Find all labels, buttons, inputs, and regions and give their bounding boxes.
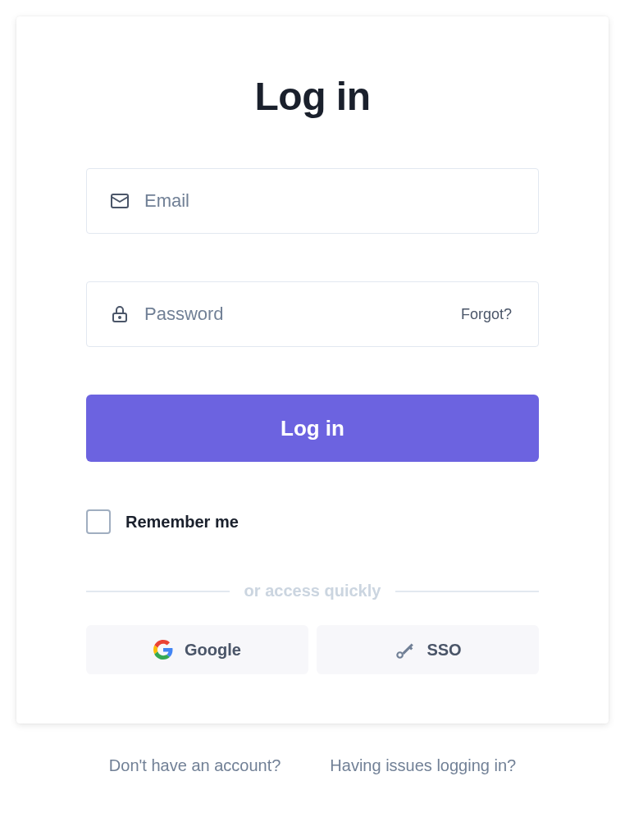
page-title: Log in [86, 74, 539, 119]
forgot-password-link[interactable]: Forgot? [461, 306, 515, 323]
divider-line-right [395, 591, 539, 592]
signup-link[interactable]: Don't have an account? [109, 756, 281, 775]
key-icon [394, 639, 415, 660]
google-button-label: Google [185, 641, 241, 660]
lock-icon [110, 304, 130, 324]
remember-me-wrapper[interactable]: Remember me [86, 509, 539, 534]
email-field[interactable] [144, 169, 515, 233]
mail-icon [110, 191, 130, 211]
google-icon [153, 640, 173, 660]
remember-me-checkbox[interactable] [86, 509, 111, 534]
login-card: Log in Forgot? Log in Remember me or acc… [16, 16, 609, 724]
divider: or access quickly [86, 582, 539, 600]
oauth-buttons: Google SSO [86, 625, 539, 674]
remember-me-label[interactable]: Remember me [125, 513, 239, 532]
sso-button-label: SSO [427, 641, 461, 660]
password-input-wrapper[interactable]: Forgot? [86, 281, 539, 347]
sso-login-button[interactable]: SSO [317, 625, 539, 674]
footer-links: Don't have an account? Having issues log… [16, 756, 609, 775]
divider-text: or access quickly [244, 582, 381, 600]
login-issues-link[interactable]: Having issues logging in? [330, 756, 516, 775]
password-field[interactable] [144, 282, 461, 346]
divider-line-left [86, 591, 230, 592]
email-input-wrapper[interactable] [86, 168, 539, 234]
google-login-button[interactable]: Google [86, 625, 308, 674]
login-button[interactable]: Log in [86, 395, 539, 462]
svg-point-2 [119, 317, 121, 318]
